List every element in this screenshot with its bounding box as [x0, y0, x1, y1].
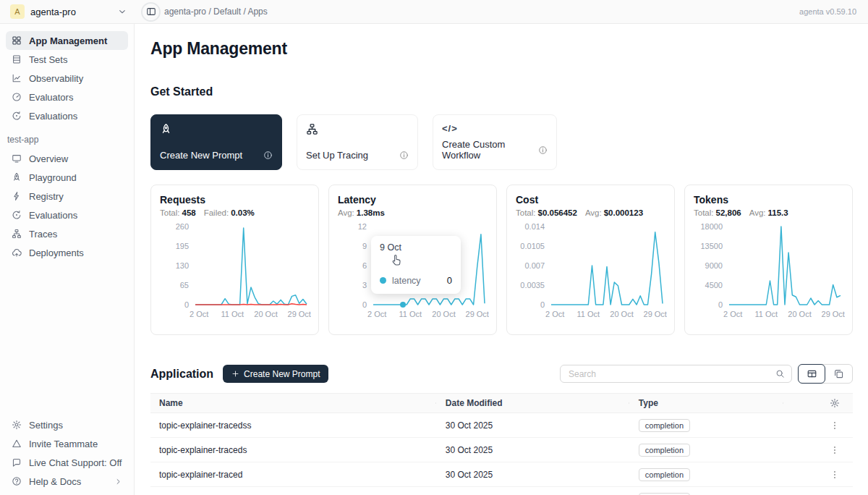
- info-icon[interactable]: [263, 151, 273, 160]
- sidebar-item-evaluations[interactable]: Evaluations: [6, 206, 128, 224]
- app-type-badge: completion: [639, 444, 690, 457]
- tooltip-value: 0: [447, 275, 452, 286]
- apps-table: Name Date Modified Type topic-explainer-…: [150, 393, 853, 495]
- row-menu-button[interactable]: [830, 420, 840, 431]
- line-chart: 0651301952602 Oct11 Oct20 Oct29 Oct: [160, 219, 311, 325]
- lightning-icon: [12, 191, 22, 201]
- sidebar-item-evaluations[interactable]: Evaluations: [6, 106, 128, 125]
- sidebar-item-help-docs[interactable]: Help & Docs: [6, 472, 128, 491]
- chart-title: Cost: [516, 194, 665, 206]
- info-icon[interactable]: [399, 151, 409, 160]
- help-icon: [12, 476, 22, 486]
- mouse-cursor-icon: [390, 253, 404, 267]
- svg-text:9: 9: [362, 242, 367, 250]
- requests-chart-card: Requests Total:458Failed:0.03%0651301952…: [150, 185, 319, 335]
- sidebar-item-test-sets[interactable]: Test Sets: [6, 50, 128, 69]
- latency-chart-card: 9 Oct latency 0 Latency Avg:1.38ms036912…: [328, 185, 497, 335]
- svg-text:11 Oct: 11 Oct: [221, 310, 244, 318]
- get-started-card-create-new-prompt[interactable]: Create New Prompt: [150, 114, 282, 170]
- svg-text:2 Oct: 2 Oct: [367, 310, 386, 318]
- get-started-card-create-custom-workflow[interactable]: </> Create Custom Workflow: [433, 114, 557, 170]
- app-type-badge: completion: [639, 493, 690, 495]
- get-started-card-set-up-tracing[interactable]: Set Up Tracing: [297, 114, 418, 170]
- breadcrumb: agenta-pro / Default / Apps: [164, 7, 268, 17]
- workspace-name: agenta-pro: [30, 7, 111, 17]
- sidebar-toggle-button[interactable]: [141, 2, 161, 22]
- svg-text:2 Oct: 2 Oct: [723, 310, 742, 318]
- chart-stats: Total:458Failed:0.03%: [160, 208, 310, 217]
- search-input[interactable]: [567, 368, 775, 380]
- sidebar-item-observability[interactable]: Observability: [6, 69, 128, 88]
- svg-text:20 Oct: 20 Oct: [432, 310, 455, 318]
- table-settings-button[interactable]: [830, 398, 840, 408]
- workspace-avatar: A: [10, 4, 25, 19]
- svg-text:0: 0: [362, 300, 367, 309]
- line-chart: 04500900013500180002 Oct11 Oct20 Oct29 O…: [694, 219, 845, 325]
- app-name: topic-explainer-traced: [150, 470, 446, 480]
- svg-text:9000: 9000: [705, 261, 723, 270]
- sidebar-main-nav: App ManagementTest SetsObservabilityEval…: [6, 31, 128, 125]
- svg-text:0: 0: [540, 300, 545, 309]
- rocket-icon: [160, 123, 172, 135]
- sidebar-item-evaluators[interactable]: Evaluators: [6, 88, 128, 106]
- workspace-selector[interactable]: A agenta-pro: [0, 4, 135, 19]
- app-type-badge: completion: [639, 468, 690, 481]
- svg-text:0.0105: 0.0105: [520, 242, 545, 250]
- sidebar-item-live-chat-support-off[interactable]: Live Chat Support: Off: [6, 453, 128, 472]
- row-menu-button[interactable]: [830, 445, 840, 455]
- app-date-modified: 30 Oct 2025: [446, 420, 639, 431]
- create-new-prompt-button[interactable]: Create New Prompt: [223, 365, 328, 383]
- refresh-icon: [12, 111, 22, 121]
- table-row[interactable]: topic-explainer-traced 30 Oct 2025 compl…: [150, 462, 853, 487]
- monitor-icon: [12, 153, 22, 164]
- application-header: Application Create New Prompt: [150, 364, 853, 384]
- row-menu-button[interactable]: [830, 470, 840, 480]
- sidebar-item-settings[interactable]: Settings: [6, 415, 128, 434]
- sidebar: App ManagementTest SetsObservabilityEval…: [0, 24, 135, 495]
- svg-text:130: 130: [176, 261, 189, 270]
- table-row[interactable]: topic-explainer-tracedss 30 Oct 2025 com…: [150, 413, 853, 438]
- svg-text:6: 6: [362, 261, 367, 270]
- table-row[interactable]: topic-explainer-traceds 30 Oct 2025 comp…: [150, 438, 853, 462]
- page-title: App Management: [150, 39, 853, 59]
- svg-text:20 Oct: 20 Oct: [610, 310, 633, 318]
- kebab-icon: [830, 420, 840, 431]
- sidebar-item-traces[interactable]: Traces: [6, 224, 128, 243]
- kebab-icon: [830, 470, 840, 480]
- svg-text:13500: 13500: [700, 242, 723, 250]
- svg-text:3: 3: [362, 281, 367, 289]
- cloud-icon: [12, 248, 22, 258]
- table-row[interactable]: career-assessment 27 Oct 2025 completion: [150, 487, 853, 495]
- table-view-button[interactable]: [798, 364, 825, 384]
- app-type-badge: completion: [639, 419, 690, 432]
- header-name: Name: [150, 398, 446, 408]
- svg-text:260: 260: [176, 222, 189, 231]
- grid-icon: [12, 35, 22, 46]
- hovered-point: [400, 302, 406, 308]
- tokens-chart-card: Tokens Total:52,806Avg:115.3045009000135…: [684, 185, 853, 335]
- info-icon[interactable]: [538, 145, 548, 155]
- svg-text:11 Oct: 11 Oct: [399, 310, 422, 318]
- sidebar-item-app-management[interactable]: App Management: [6, 31, 128, 50]
- svg-text:11 Oct: 11 Oct: [577, 310, 600, 318]
- sidebar-item-playground[interactable]: Playground: [6, 168, 128, 187]
- main-content: App Management Get Started Create New Pr…: [135, 24, 868, 495]
- rocket-icon: [12, 172, 22, 182]
- chart-title: Requests: [160, 194, 310, 206]
- apps-table-header: Name Date Modified Type: [150, 393, 853, 413]
- svg-text:2 Oct: 2 Oct: [545, 310, 564, 318]
- sidebar-item-overview[interactable]: Overview: [6, 149, 128, 168]
- sidebar-footer-nav: SettingsInvite TeammateLive Chat Support…: [6, 415, 128, 491]
- card-view-button[interactable]: [825, 365, 852, 383]
- sidebar-item-invite-teammate[interactable]: Invite Teammate: [6, 434, 128, 453]
- sidebar-item-deployments[interactable]: Deployments: [6, 243, 128, 262]
- svg-text:20 Oct: 20 Oct: [254, 310, 277, 318]
- view-toggle: [798, 364, 853, 384]
- application-title: Application: [150, 368, 213, 381]
- svg-text:29 Oct: 29 Oct: [644, 310, 667, 318]
- svg-text:18000: 18000: [700, 222, 723, 231]
- tree-icon: [12, 229, 22, 239]
- table-icon: [12, 54, 22, 64]
- chart-title: Latency: [338, 194, 488, 206]
- sidebar-item-registry[interactable]: Registry: [6, 187, 128, 206]
